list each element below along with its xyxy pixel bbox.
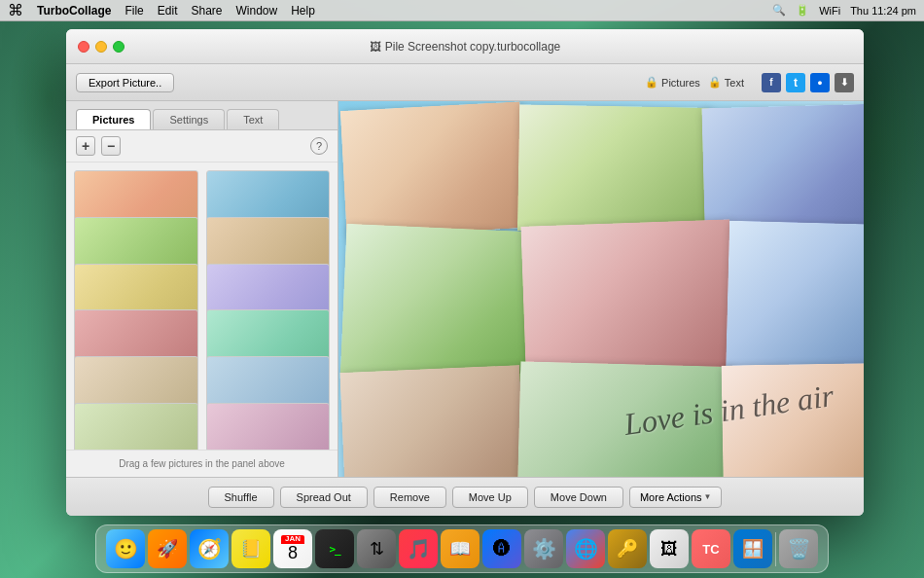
traffic-lights [78,41,124,53]
dock-appstore2[interactable]: ⇅ [357,529,396,568]
dock-ibooks[interactable]: 📖 [441,529,480,568]
apple-menu[interactable]: ⌘ [8,1,23,19]
dock-itunes[interactable]: 🎵 [399,529,438,568]
facebook-icon[interactable]: f [762,73,781,92]
dropdown-arrow-icon: ▼ [704,492,712,501]
add-picture-button[interactable]: + [76,136,95,156]
dock-safari[interactable]: 🧭 [190,529,229,568]
canvas-panel: Love is in the air [338,101,864,477]
dock: 🙂 🚀 🧭 📒 JAN 8 >_ ⇅ 🎵 📖 🅐 ⚙️ 🌐 🔑 🖼 TC [95,524,829,573]
remove-picture-button[interactable]: − [101,136,121,156]
app-window: 🖼 Pile Screenshot copy.turbocollage Expo… [66,29,864,516]
titlebar: 🖼 Pile Screenshot copy.turbocollage [66,29,864,64]
toolbar: Export Picture.. 🔒 Pictures 🔒 Text f t ●… [66,64,864,101]
tab-text[interactable]: Text [227,109,279,129]
save-icon[interactable]: ⬇ [835,73,854,92]
thumbnail-grid [66,163,338,450]
menubar-wifi[interactable]: WiFi [819,5,840,17]
lock-icon-pictures: 🔒 [645,76,658,89]
lock-icon-text: 🔒 [708,76,722,89]
help-button[interactable]: ? [310,137,328,155]
menu-edit[interactable]: Edit [158,4,178,18]
shuffle-button[interactable]: Shuffle [208,487,274,508]
tab-bar: Pictures Settings Text [66,101,338,130]
flickr-icon[interactable]: ● [810,73,830,92]
collage-photo-1[interactable] [340,101,527,237]
menubar: ⌘ TurboCollage File Edit Share Window He… [0,0,924,21]
dock-mas[interactable]: 🅐 [482,529,521,568]
action-bar: Shuffle Spread Out Remove Move Up Move D… [66,477,864,516]
collage-photo-5[interactable] [340,224,537,382]
collage-photo-6[interactable] [520,219,734,377]
menu-window[interactable]: Window [236,4,278,18]
menubar-battery: 🔋 [796,4,809,17]
dock-trash[interactable]: 🗑️ [779,529,818,568]
dock-chrome[interactable]: 🌐 [566,529,605,568]
window-title-icon: 🖼 [370,40,381,54]
text-lock[interactable]: 🔒 Text [708,76,744,89]
close-button[interactable] [78,41,89,53]
maximize-button[interactable] [113,41,124,53]
thumbnail-11[interactable] [74,403,198,450]
move-up-button[interactable]: Move Up [452,487,528,508]
pictures-lock[interactable]: 🔒 Pictures [645,76,700,89]
dock-sysprefs[interactable]: ⚙️ [524,529,563,568]
menu-share[interactable]: Share [191,4,222,18]
collage-canvas[interactable]: Love is in the air [338,101,864,477]
dock-launchpad[interactable]: 🚀 [148,529,187,568]
remove-button[interactable]: Remove [373,487,446,508]
thumbnail-12[interactable] [206,403,331,450]
dock-notes[interactable]: 📒 [231,529,270,568]
collage-photo-7[interactable] [726,221,864,377]
dock-terminal[interactable]: >_ [315,529,354,568]
panel-hint: Drag a few pictures in the panel above [66,450,338,477]
main-content: Pictures Settings Text + − ? [66,101,864,477]
dock-finder[interactable]: 🙂 [106,529,145,568]
app-name[interactable]: TurboCollage [37,4,111,18]
window-title-text: Pile Screenshot copy.turbocollage [385,40,561,54]
collage-photo-3[interactable] [701,104,864,235]
spread-out-button[interactable]: Spread Out [280,487,368,508]
dock-windows[interactable]: 🪟 [733,529,772,568]
tab-settings[interactable]: Settings [153,109,225,129]
minimize-button[interactable] [95,41,107,53]
menubar-time: Thu 11:24 pm [850,5,916,17]
export-button[interactable]: Export Picture.. [76,73,174,92]
more-actions-label: More Actions [640,491,702,503]
dock-calendar[interactable]: JAN 8 [273,529,312,568]
menubar-search[interactable]: 🔍 [772,4,786,17]
window-title: 🖼 Pile Screenshot copy.turbocollage [370,40,561,54]
dock-divider [775,532,776,566]
menu-file[interactable]: File [124,4,143,18]
more-actions-button[interactable]: More Actions ▼ [629,487,723,508]
collage-photo-9[interactable] [339,365,526,477]
dock-photos[interactable]: 🖼 [650,529,689,568]
move-down-button[interactable]: Move Down [534,487,623,508]
twitter-icon[interactable]: t [786,73,805,92]
dock-turbocollage[interactable]: TC [692,529,730,568]
menu-help[interactable]: Help [291,4,315,18]
left-panel: Pictures Settings Text + − ? [66,101,338,477]
collage-photo-2[interactable] [517,104,709,234]
dock-keychain[interactable]: 🔑 [608,529,647,568]
tab-pictures[interactable]: Pictures [76,109,151,129]
panel-toolbar: + − ? [66,130,338,163]
